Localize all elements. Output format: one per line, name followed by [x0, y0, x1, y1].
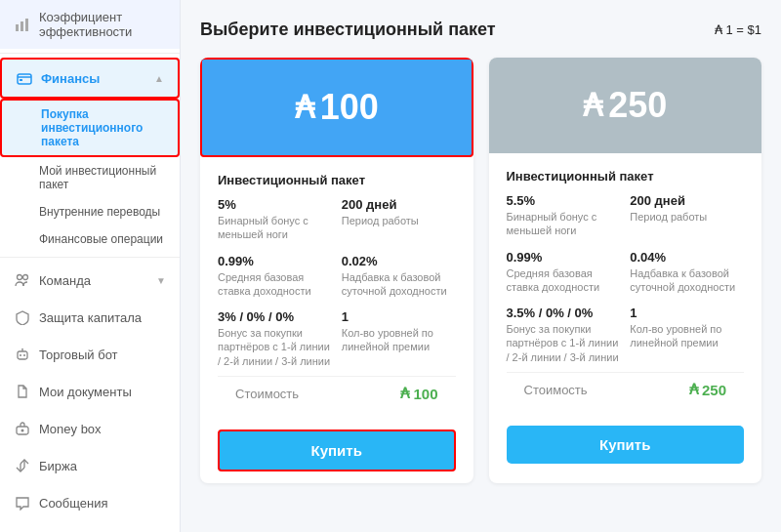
card-100-field-3: 0.02% Надбавка к базовой суточной доходн… [342, 254, 456, 299]
sidebar-exchange-label: Биржа [39, 459, 166, 473]
card-250-field-5-label: Кол-во уровней по линейной премии [630, 322, 744, 350]
sidebar-capital-label: Защита капитала [39, 310, 166, 325]
card-250-section-title: Инвестиционный пакет [507, 169, 745, 184]
svg-rect-4 [20, 79, 22, 81]
chart-icon [14, 16, 31, 33]
sidebar-divider-1 [0, 53, 180, 54]
card-100-field-5: 1 Кол-во уровней по линейной премии [342, 309, 456, 368]
card-250-field-3-value: 0.04% [630, 250, 744, 265]
card-250-field-5-value: 1 [630, 306, 744, 320]
card-100-field-3-label: Надбавка к базовой суточной доходности [342, 270, 456, 299]
sidebar-item-financial-ops[interactable]: Финансовые операции [0, 225, 180, 253]
arvo-icon-100: ₳ [295, 89, 314, 126]
main-content: Выберите инвестиционный пакет ₳ 1 = $1 ₳… [181, 0, 781, 532]
cards-row: ₳ 100 Инвестиционный пакет 5% Бинарный б… [200, 58, 761, 483]
card-250-footer: Стоимость ₳ 250 [507, 372, 745, 398]
card-250-cost-label: Стоимость [524, 383, 588, 397]
card-100-field-0-label: Бинарный бонус с меньшей ноги [218, 214, 332, 242]
svg-point-12 [21, 430, 24, 432]
card-100-field-4: 3% / 0% / 0% Бонус за покупки партнёров … [218, 309, 332, 368]
svg-rect-1 [21, 21, 23, 31]
chevron-up-icon: ▲ [154, 73, 164, 84]
card-250-field-0-value: 5.5% [507, 193, 621, 208]
buy-button-250[interactable]: Купить [507, 426, 745, 464]
sidebar-item-messages[interactable]: Сообщения [0, 484, 180, 521]
svg-point-6 [23, 275, 28, 280]
sub-financial-ops-label: Финансовые операции [39, 232, 163, 246]
sidebar-item-trading-bot[interactable]: Торговый бот [0, 336, 180, 373]
svg-rect-2 [25, 19, 28, 31]
card-250-field-0-label: Бинарный бонус с меньшей ноги [507, 210, 621, 238]
svg-rect-7 [18, 351, 27, 359]
arvo-cost-icon-250: ₳ [689, 381, 699, 398]
sidebar-item-capital-protection[interactable]: Защита капитала [0, 299, 180, 336]
buy-button-100[interactable]: Купить [218, 430, 456, 471]
card-100-footer: Стоимость ₳ 100 [218, 376, 456, 402]
card-250-field-2-value: 0.99% [507, 250, 621, 265]
card-250-field-2-label: Средняя базовая ставка доходности [507, 266, 621, 295]
card-100-amount: ₳ 100 [295, 87, 379, 128]
card-100-field-2-value: 0.99% [218, 254, 332, 268]
exchange-icon [14, 457, 31, 474]
card-250-field-4-label: Бонус за покупки партнёров с 1-й линии /… [507, 322, 621, 364]
card-250-field-1-value: 200 дней [630, 193, 744, 208]
card-100-field-2: 0.99% Средняя базовая ставка доходности [218, 254, 332, 299]
card-250-field-4-value: 3.5% / 0% / 0% [507, 306, 621, 320]
sidebar-moneybox-label: Money box [39, 422, 166, 436]
sidebar-item-money-box[interactable]: Money box [0, 410, 180, 447]
chevron-down-icon-team: ▼ [156, 275, 166, 286]
sidebar-item-internal-transfers[interactable]: Внутренние переводы [0, 198, 180, 225]
card-100-field-2-label: Средняя базовая ставка доходности [218, 270, 332, 299]
shield-icon [14, 308, 31, 326]
sidebar-bot-label: Торговый бот [39, 348, 166, 362]
svg-point-5 [18, 275, 22, 280]
card-250-field-5: 1 Кол-во уровней по линейной премии [630, 306, 744, 364]
card-250-grid: 5.5% Бинарный бонус с меньшей ноги 200 д… [507, 193, 745, 364]
card-250-field-3: 0.04% Надбавка к базовой суточной доходн… [630, 250, 744, 295]
sidebar-item-my-package[interactable]: Мой инвестиционный пакет [0, 157, 180, 198]
doc-icon [14, 383, 31, 400]
sidebar-messages-label: Сообщения [39, 496, 166, 511]
moneybox-icon [14, 420, 31, 437]
svg-rect-0 [16, 24, 19, 31]
card-250-amount: ₳ 250 [583, 85, 667, 126]
sidebar-item-my-docs[interactable]: Мои документы [0, 373, 180, 410]
sidebar-item-finances[interactable]: Финансы ▲ [0, 58, 180, 99]
sidebar-finances-label: Финансы [41, 71, 146, 86]
card-250-field-4: 3.5% / 0% / 0% Бонус за покупки партнёро… [507, 306, 621, 364]
card-100-field-4-value: 3% / 0% / 0% [218, 309, 332, 324]
card-100-cost-label: Стоимость [235, 387, 299, 401]
card-100-grid: 5% Бинарный бонус с меньшей ноги 200 дне… [218, 197, 456, 368]
sidebar-efficiency-label: Коэффициент эффективности [39, 10, 166, 39]
card-250-field-2: 0.99% Средняя базовая ставка доходности [507, 250, 621, 295]
sidebar-divider-2 [0, 257, 180, 258]
card-100-field-0: 5% Бинарный бонус с меньшей ноги [218, 197, 332, 242]
arvo-cost-icon-100: ₳ [400, 385, 410, 402]
sidebar-item-personal-data[interactable]: Личные данные ▼ [0, 521, 180, 532]
arvo-icon-250: ₳ [583, 87, 602, 124]
card-100-field-0-value: 5% [218, 197, 332, 212]
sub-my-package-label: Мой инвестиционный пакет [39, 164, 156, 191]
card-250-cost-value: ₳ 250 [689, 381, 726, 398]
sub-buy-package-label: Покупка инвестиционного пакета [41, 107, 143, 148]
svg-rect-3 [18, 74, 31, 84]
card-250-field-1-label: Период работы [630, 210, 744, 224]
card-250-body: Инвестиционный пакет 5.5% Бинарный бонус… [489, 153, 762, 414]
card-250-field-1: 200 дней Период работы [630, 193, 744, 238]
sidebar-team-label: Команда [39, 273, 148, 288]
sidebar-item-buy-package[interactable]: Покупка инвестиционного пакета [0, 99, 180, 157]
card-100-field-1: 200 дней Период работы [342, 197, 456, 242]
card-250-field-0: 5.5% Бинарный бонус с меньшей ноги [507, 193, 621, 238]
card-100-field-1-value: 200 дней [342, 197, 456, 212]
sidebar-item-team[interactable]: Команда ▼ [0, 262, 180, 299]
card-250-header: ₳ 250 [489, 58, 762, 153]
page-header: Выберите инвестиционный пакет ₳ 1 = $1 [200, 20, 761, 40]
sidebar: Коэффициент эффективности Финансы ▲ Поку… [0, 0, 181, 532]
exchange-rate-icon: ₳ [715, 22, 722, 37]
card-100-field-1-label: Период работы [342, 214, 456, 227]
card-100-cost-value: ₳ 100 [400, 385, 437, 402]
sidebar-item-efficiency[interactable]: Коэффициент эффективности [0, 0, 180, 49]
bot-icon [14, 346, 31, 363]
sidebar-item-exchange[interactable]: Биржа [0, 447, 180, 484]
svg-point-9 [23, 354, 25, 356]
